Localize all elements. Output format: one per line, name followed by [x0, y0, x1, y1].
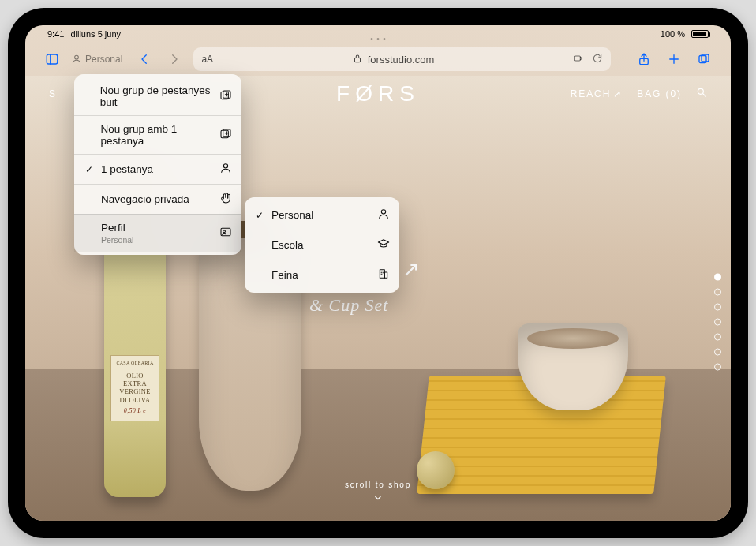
profile-chip-label: Personal [85, 54, 122, 65]
menu-item-label: Nou grup amb 1 pestanya [101, 123, 178, 147]
reload-button[interactable] [592, 53, 603, 66]
reader-button[interactable]: aA [201, 54, 213, 65]
profile-menu-item[interactable]: Escola [245, 230, 399, 260]
ipad-device-frame: 9:41 dilluns 5 juny 100 % Personal [8, 8, 748, 538]
profile-item-label: Escola [271, 239, 304, 251]
scroll-hint-label: scroll to shop [345, 481, 411, 489]
extensions-button[interactable] [573, 53, 584, 66]
bag-link[interactable]: BAG (0) [637, 88, 682, 99]
svg-point-24 [381, 210, 385, 214]
bottle-name-2: VERGINE [114, 387, 155, 395]
multitask-dots[interactable] [371, 38, 386, 40]
pager-dot[interactable] [714, 319, 721, 326]
tab-menu-item[interactable]: Nou grup amb 1 pestanya [74, 115, 241, 154]
fruit-prop [417, 451, 455, 489]
menu-item-label: Nou grup de pestanyes buit [100, 84, 211, 108]
checkmark-icon [84, 164, 95, 175]
hero-line-2: & Cup Set [309, 295, 421, 316]
new-tabgroup-one-icon [219, 128, 232, 143]
menu-item-label: Perfil [101, 222, 125, 234]
svg-rect-1 [47, 54, 58, 64]
building-icon [377, 267, 390, 282]
brand-logo[interactable]: førs [336, 81, 420, 107]
svg-point-23 [223, 230, 226, 233]
screen: 9:41 dilluns 5 juny 100 % Personal [25, 25, 731, 521]
bottle-label: CASA OLEARIA OLIO EXTRA VERGINE DI OLIVA… [110, 355, 159, 421]
checkmark-icon [254, 210, 265, 221]
tab-menu-item[interactable]: Nou grup de pestanyes buit [74, 77, 241, 115]
tabs-overview-button[interactable] [693, 48, 715, 70]
menu-item-sublabel: Personal [101, 235, 133, 245]
svg-line-12 [703, 94, 706, 97]
battery-icon [691, 30, 709, 38]
menu-item-label: Navegació privada [101, 193, 189, 205]
svg-rect-26 [384, 272, 387, 278]
private-hand-icon [219, 192, 232, 207]
profile-item-label: Personal [271, 209, 313, 221]
pager-dot[interactable] [714, 349, 721, 356]
svg-rect-5 [574, 56, 580, 61]
reach-link[interactable]: REACH [571, 88, 623, 99]
forward-button[interactable] [163, 48, 185, 70]
svg-rect-4 [354, 58, 360, 62]
shop-link[interactable]: S [49, 88, 57, 99]
back-button[interactable] [133, 48, 155, 70]
tab-menu-item[interactable]: Navegació privada [74, 184, 241, 214]
profile-submenu: PersonalEscolaFeina [245, 197, 399, 293]
profile-item-label: Feina [271, 269, 298, 281]
battery-text: 100 % [661, 29, 685, 39]
status-time: 9:41 [47, 29, 64, 39]
tab-groups-menu: Nou grup de pestanyes buitNou grup amb 1… [74, 74, 241, 255]
sidebar-toggle-button[interactable] [41, 48, 63, 70]
search-icon[interactable] [696, 87, 707, 100]
olive-oil-bottle: CASA OLEARIA OLIO EXTRA VERGINE DI OLIVA… [104, 237, 166, 497]
share-button[interactable] [633, 48, 655, 70]
page-indicator[interactable] [714, 274, 721, 371]
pager-dot[interactable] [714, 274, 721, 281]
url-bar[interactable]: aA forsstudio.com [193, 47, 611, 71]
pager-dot[interactable] [714, 364, 721, 371]
tab-menu-item[interactable]: 1 pestanya [74, 154, 241, 184]
safari-toolbar: Personal aA forsstudio.com [25, 43, 731, 76]
bottle-name-3: DI OLIVA [114, 396, 155, 404]
svg-point-21 [223, 164, 227, 168]
tab-menu-item[interactable]: PerfilPersonal [74, 214, 241, 252]
profile-menu-item[interactable]: Feina [245, 260, 399, 290]
new-tab-button[interactable] [663, 48, 685, 70]
scroll-hint[interactable]: scroll to shop [345, 481, 411, 503]
menu-item-label: 1 pestanya [101, 163, 153, 175]
svg-point-11 [698, 88, 703, 94]
chevron-down-icon [372, 492, 384, 503]
profile-menu-item[interactable]: Personal [245, 200, 399, 230]
pager-dot[interactable] [714, 289, 721, 296]
bottle-maker: CASA OLEARIA [114, 361, 155, 365]
status-date: dilluns 5 juny [70, 29, 121, 39]
bottle-volume: 0,50 L e [114, 407, 155, 414]
grad-cap-icon [377, 237, 390, 252]
profile-chip[interactable]: Personal [71, 54, 122, 65]
new-tabgroup-empty-icon [219, 89, 232, 104]
person-icon [219, 162, 232, 177]
bottle-name-1: OLIO EXTRA [114, 372, 155, 387]
person-icon [377, 208, 390, 223]
svg-point-3 [75, 55, 79, 59]
pager-dot[interactable] [714, 334, 721, 341]
url-text: forsstudio.com [368, 54, 435, 65]
arrow-ne-icon: ↗ [402, 258, 421, 281]
profile-card-icon [219, 226, 232, 241]
lock-icon [352, 53, 363, 66]
pager-dot[interactable] [714, 304, 721, 311]
